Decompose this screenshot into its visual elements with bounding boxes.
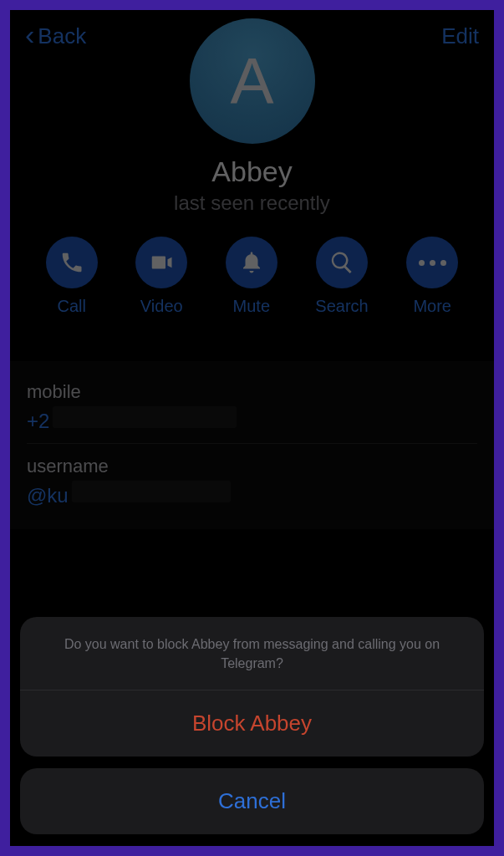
bell-icon — [226, 237, 277, 288]
mute-label: Mute — [233, 297, 270, 316]
mobile-label: mobile — [27, 381, 477, 403]
action-sheet-group: Do you want to block Abbey from messagin… — [20, 617, 484, 757]
cancel-button[interactable]: Cancel — [20, 768, 484, 834]
edit-button[interactable]: Edit — [441, 23, 479, 49]
action-sheet-message: Do you want to block Abbey from messagin… — [20, 617, 484, 690]
last-seen-status: last seen recently — [174, 191, 330, 215]
more-icon — [406, 237, 458, 288]
call-label: Call — [58, 297, 86, 316]
video-label: Video — [140, 297, 183, 316]
chevron-left-icon: ‹ — [25, 20, 34, 48]
back-button[interactable]: ‹ Back — [25, 22, 86, 50]
username-row[interactable]: username @ku — [27, 443, 477, 517]
nav-bar: ‹ Back Edit — [10, 10, 494, 62]
search-label: Search — [315, 297, 368, 316]
section-gap — [10, 336, 494, 361]
mobile-value: +2 — [27, 410, 49, 433]
video-icon — [135, 237, 187, 288]
edit-label: Edit — [441, 23, 479, 48]
cancel-group: Cancel — [20, 768, 484, 834]
redacted-block — [72, 481, 231, 502]
search-icon — [316, 237, 368, 288]
contact-info-screen: ‹ Back Edit A Abbey last seen recently C… — [10, 10, 494, 846]
contact-details: mobile +2 username @ku — [10, 361, 494, 529]
video-button[interactable]: Video — [135, 237, 187, 316]
mute-button[interactable]: Mute — [226, 237, 277, 316]
mobile-row[interactable]: mobile +2 — [27, 373, 477, 443]
redacted-block — [53, 406, 237, 428]
action-sheet: Do you want to block Abbey from messagin… — [20, 617, 484, 834]
search-button[interactable]: Search — [315, 237, 368, 316]
block-button[interactable]: Block Abbey — [20, 690, 484, 757]
contact-name: Abbey — [211, 155, 292, 188]
call-button[interactable]: Call — [46, 237, 98, 316]
username-label: username — [27, 456, 477, 477]
phone-icon — [46, 237, 98, 288]
more-label: More — [413, 297, 451, 316]
username-value: @ku — [27, 484, 69, 507]
back-label: Back — [38, 23, 86, 49]
more-button[interactable]: More — [406, 237, 458, 316]
action-row: Call Video Mute Search More — [10, 215, 494, 336]
